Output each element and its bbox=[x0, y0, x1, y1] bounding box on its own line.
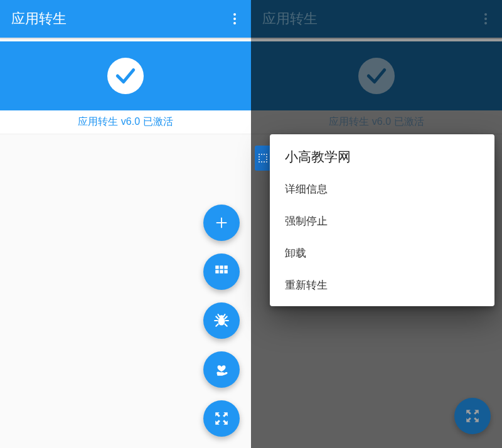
more-vertical-icon bbox=[233, 13, 236, 24]
bug-icon bbox=[213, 312, 230, 329]
status-text: 应用转生 v6.0 已激活 bbox=[251, 110, 502, 134]
content-area bbox=[0, 134, 251, 448]
app-title: 应用转生 bbox=[11, 9, 67, 28]
svg-point-10 bbox=[220, 315, 224, 318]
svg-point-13 bbox=[484, 22, 487, 24]
check-circle-icon bbox=[358, 58, 395, 94]
check-circle-icon bbox=[107, 58, 144, 94]
menu-item-reincarnate[interactable]: 重新转生 bbox=[270, 269, 494, 301]
status-banner bbox=[251, 41, 502, 110]
svg-rect-8 bbox=[224, 270, 227, 273]
app-title: 应用转生 bbox=[262, 9, 318, 28]
fab-bug[interactable] bbox=[203, 302, 240, 339]
fab-heart[interactable] bbox=[203, 351, 240, 388]
svg-rect-5 bbox=[224, 265, 227, 269]
svg-point-12 bbox=[484, 18, 487, 20]
fab-add[interactable] bbox=[203, 205, 240, 241]
status-text: 应用转生 v6.0 已激活 bbox=[0, 110, 251, 134]
divider bbox=[0, 38, 251, 39]
expand-icon bbox=[213, 410, 230, 427]
svg-rect-3 bbox=[215, 265, 218, 269]
status-banner bbox=[0, 41, 251, 110]
heart-hand-icon bbox=[213, 361, 230, 378]
plus-icon bbox=[215, 216, 228, 230]
grid-icon bbox=[213, 264, 230, 280]
fab-stack bbox=[203, 205, 240, 437]
more-menu-button[interactable] bbox=[227, 11, 242, 26]
fab-expand[interactable] bbox=[203, 400, 240, 437]
fab-grid[interactable] bbox=[203, 253, 240, 290]
screen-left: 应用转生 应用转生 v6.0 已激活 bbox=[0, 0, 251, 448]
appbar-left: 应用转生 bbox=[0, 0, 251, 38]
svg-point-2 bbox=[233, 22, 236, 24]
menu-item-force-stop[interactable]: 强制停止 bbox=[270, 205, 494, 237]
screen-right: 应用转生 应用转生 v6.0 已激活 小高教学网 详细信息 强制停止 卸载 重 bbox=[251, 0, 502, 448]
appbar-right: 应用转生 bbox=[251, 0, 502, 38]
svg-point-11 bbox=[484, 13, 487, 16]
divider bbox=[251, 38, 502, 39]
more-menu-button[interactable] bbox=[478, 11, 493, 26]
expand-icon bbox=[464, 408, 481, 424]
svg-rect-4 bbox=[220, 265, 223, 269]
svg-rect-6 bbox=[215, 270, 218, 273]
fab-expand[interactable] bbox=[454, 398, 491, 434]
menu-item-details[interactable]: 详细信息 bbox=[270, 173, 494, 205]
menu-item-uninstall[interactable]: 卸载 bbox=[270, 237, 494, 269]
context-menu-dialog: 小高教学网 详细信息 强制停止 卸载 重新转生 bbox=[270, 134, 494, 306]
svg-point-1 bbox=[233, 18, 236, 20]
svg-point-0 bbox=[233, 13, 236, 16]
more-vertical-icon bbox=[484, 13, 487, 24]
app-list-icon bbox=[255, 146, 271, 171]
dialog-title: 小高教学网 bbox=[270, 146, 494, 173]
svg-rect-7 bbox=[220, 270, 223, 273]
